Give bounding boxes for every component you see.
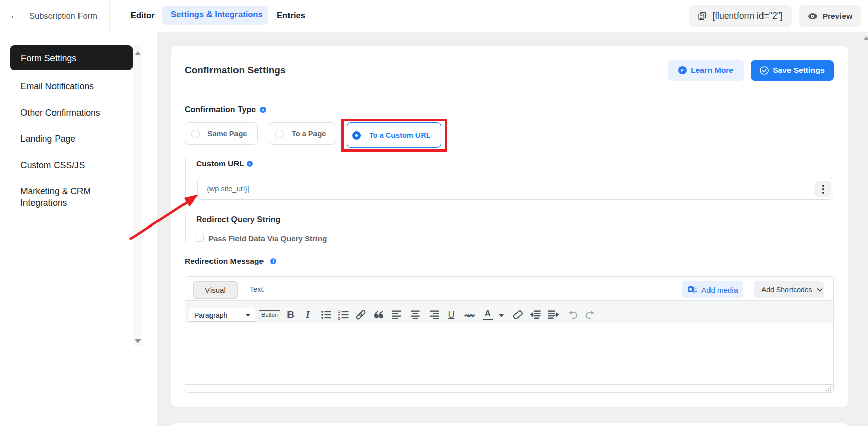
svg-text:1: 1 (338, 310, 340, 313)
svg-text:3: 3 (338, 317, 340, 320)
